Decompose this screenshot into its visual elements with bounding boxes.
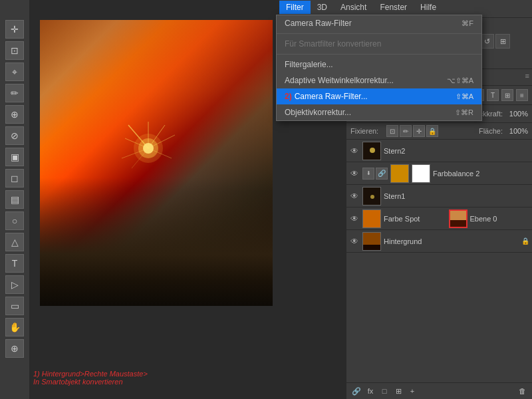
chain-icon: 🔗 bbox=[376, 168, 388, 180]
svg-point-15 bbox=[370, 195, 374, 199]
flaeche-label: Fläche: bbox=[479, 127, 503, 135]
eraser-tool[interactable]: ◻ bbox=[5, 169, 24, 188]
pen-tool[interactable]: △ bbox=[5, 233, 24, 251]
heal-tool[interactable]: ⊕ bbox=[5, 105, 24, 124]
new-group-icon[interactable]: ⊞ bbox=[392, 385, 404, 397]
zoom-tool[interactable]: ⊕ bbox=[5, 339, 24, 358]
layer-link-icon: ⬇ bbox=[362, 168, 374, 180]
layer-stern2[interactable]: 👁 Stern2 bbox=[346, 140, 532, 162]
menu-3d[interactable]: 3D bbox=[311, 1, 334, 14]
link-layers-icon[interactable]: 🔗 bbox=[350, 385, 362, 397]
deckraft-value: 100% bbox=[505, 110, 528, 118]
svg-rect-18 bbox=[450, 220, 467, 228]
lock-paint-icon[interactable]: ✏ bbox=[400, 125, 412, 137]
eyedropper-tool[interactable]: ✏ bbox=[5, 84, 24, 102]
thumb-farbe-spot bbox=[362, 209, 381, 228]
menu-smartfilter: Für Smartfilter konvertieren bbox=[277, 36, 481, 52]
svg-rect-20 bbox=[363, 245, 381, 251]
dodge-tool[interactable]: ○ bbox=[5, 211, 24, 230]
rock-foreground bbox=[40, 178, 273, 307]
mask-farbbalance2 bbox=[412, 164, 430, 183]
eye-icon-stern1[interactable]: 👁 bbox=[349, 191, 360, 201]
text-tool[interactable]: T bbox=[5, 254, 24, 273]
svg-point-10 bbox=[134, 134, 163, 163]
objektivkorrektur-shortcut: ⇧⌘R bbox=[455, 108, 473, 117]
menu-adaptive-weitwinkel[interactable]: Adaptive Weitwinkelkorrektur... ⌥⇧⌘A bbox=[277, 72, 481, 88]
thumb-farbbalance2 bbox=[390, 164, 409, 183]
new-layer-icon[interactable]: + bbox=[406, 385, 418, 397]
thumb-hintergrund bbox=[362, 232, 381, 251]
group-icon[interactable]: ⊞ bbox=[501, 89, 513, 101]
add-mask-bottom-icon[interactable]: □ bbox=[378, 385, 390, 397]
ebenen-collapse-btn[interactable]: ≡ bbox=[525, 72, 529, 85]
layer-hintergrund[interactable]: 👁 Hintergrund 🔒 bbox=[346, 230, 532, 253]
crop-tool[interactable]: ⌖ bbox=[5, 63, 24, 81]
menu-camera-raw-filter-main[interactable]: 2)Camera Raw-Filter... ⇧⌘A bbox=[277, 88, 481, 104]
layer-farbbalance2[interactable]: 👁 ⬇ 🔗 Farbbalance 2 bbox=[346, 162, 532, 185]
lock-icons: ⊡ ✏ ✛ 🔒 bbox=[386, 125, 438, 137]
camera-raw-main-shortcut: ⇧⌘A bbox=[456, 92, 473, 101]
eye-icon-farbbalance2[interactable]: 👁 bbox=[349, 168, 360, 179]
menu-ansicht[interactable]: Ansicht bbox=[334, 1, 373, 14]
layer-name-stern1: Stern1 bbox=[384, 192, 529, 200]
left-toolbar: ✛ ⊡ ⌖ ✏ ⊕ ⊘ ▣ ◻ ▤ ○ △ T ▷ ▭ ✋ ⊕ bbox=[0, 0, 30, 399]
hand-tool[interactable]: ✋ bbox=[5, 318, 24, 336]
adaptive-shortcut: ⌥⇧⌘A bbox=[447, 76, 473, 85]
selection-tool[interactable]: ⊡ bbox=[5, 41, 24, 60]
svg-point-12 bbox=[370, 148, 375, 153]
path-select-tool[interactable]: ▷ bbox=[5, 275, 24, 294]
clone-tool[interactable]: ▣ bbox=[5, 148, 24, 166]
menu-hilfe[interactable]: Hilfe bbox=[414, 1, 443, 14]
menu-filter[interactable]: Filter bbox=[279, 1, 311, 14]
lock-row: Fixieren: ⊡ ✏ ✛ 🔒 Fläche: 100% bbox=[346, 123, 532, 140]
smartfilter-label: Für Smartfilter konvertieren bbox=[285, 39, 381, 49]
photo-canvas bbox=[40, 20, 273, 306]
layer-name-farbe-spot: Farbe Spot bbox=[384, 215, 444, 223]
photo-background bbox=[40, 20, 273, 306]
flaeche-value: 100% bbox=[505, 127, 528, 135]
layer-name-farbbalance2: Farbbalance 2 bbox=[433, 170, 529, 178]
lock-all-icon[interactable]: 🔒 bbox=[426, 125, 438, 137]
annotation: 1) Hintergrund>Rechte Maustaste> In Smar… bbox=[33, 370, 148, 386]
layer-stern1[interactable]: 👁 Stern1 bbox=[346, 185, 532, 207]
menu-objektivkorrektur[interactable]: Objektivkorrektur... ⇧⌘R bbox=[277, 104, 481, 120]
badge-2: 2) bbox=[285, 92, 292, 101]
lock-move-icon[interactable]: ✛ bbox=[413, 125, 425, 137]
adaptive-label: Adaptive Weitwinkelkorrektur... bbox=[285, 76, 394, 85]
brush-tool[interactable]: ⊘ bbox=[5, 126, 24, 145]
color-lookup-icon[interactable]: ⊞ bbox=[495, 34, 510, 49]
lock-transparency-icon[interactable]: ⊡ bbox=[386, 125, 398, 137]
layers-bottom-bar: 🔗 fx □ ⊞ + 🗑 bbox=[346, 382, 532, 399]
thumb-stern1 bbox=[362, 187, 381, 205]
menu-filtergalerie[interactable]: Filtergalerie... bbox=[277, 57, 481, 72]
eye-icon-farbe-spot[interactable]: 👁 bbox=[349, 213, 360, 224]
fixieren-label: Fixieren: bbox=[350, 127, 384, 135]
move-tool[interactable]: ✛ bbox=[5, 20, 24, 39]
filter-dropdown-menu: Camera Raw-Filter ⌘F Für Smartfilter kon… bbox=[276, 15, 482, 121]
eye-icon-stern2[interactable]: 👁 bbox=[349, 146, 360, 156]
sun-rays bbox=[128, 128, 168, 168]
menu-fenster[interactable]: Fenster bbox=[373, 1, 414, 14]
delete-layer-icon[interactable]: 🗑 bbox=[516, 385, 528, 397]
type-icon[interactable]: T bbox=[487, 89, 499, 101]
flaeche-area: Fläche: 100% bbox=[479, 127, 528, 135]
arrange-icon[interactable]: ≡ bbox=[516, 89, 528, 101]
divider1 bbox=[277, 33, 481, 34]
eye-icon-hintergrund[interactable]: 👁 bbox=[349, 236, 360, 247]
objektivkorrektur-label: Objektivkorrektur... bbox=[285, 108, 351, 117]
layer-name-ebene0: Ebene 0 bbox=[470, 215, 530, 223]
camera-raw-main-label: 2)Camera Raw-Filter... bbox=[285, 92, 368, 101]
annotation-line1: 1) Hintergrund>Rechte Maustaste> bbox=[33, 370, 148, 378]
layer-name-stern2: Stern2 bbox=[384, 147, 529, 155]
layer-farbe-spot[interactable]: 👁 Farbe Spot Ebene 0 bbox=[346, 207, 532, 230]
shape-tool[interactable]: ▭ bbox=[5, 297, 24, 315]
thumb-stern2 bbox=[362, 142, 381, 160]
layer-name-hintergrund: Hintergrund bbox=[384, 237, 519, 245]
svg-rect-13 bbox=[391, 165, 409, 183]
filtergalerie-label: Filtergalerie... bbox=[285, 60, 333, 69]
svg-rect-16 bbox=[363, 210, 381, 228]
fx-bottom-icon[interactable]: fx bbox=[364, 385, 376, 397]
gradient-tool[interactable]: ▤ bbox=[5, 190, 24, 209]
menu-camera-raw-filter-top[interactable]: Camera Raw-Filter ⌘F bbox=[277, 15, 481, 31]
annotation-line2: In Smartobjekt konvertieren bbox=[33, 378, 148, 386]
